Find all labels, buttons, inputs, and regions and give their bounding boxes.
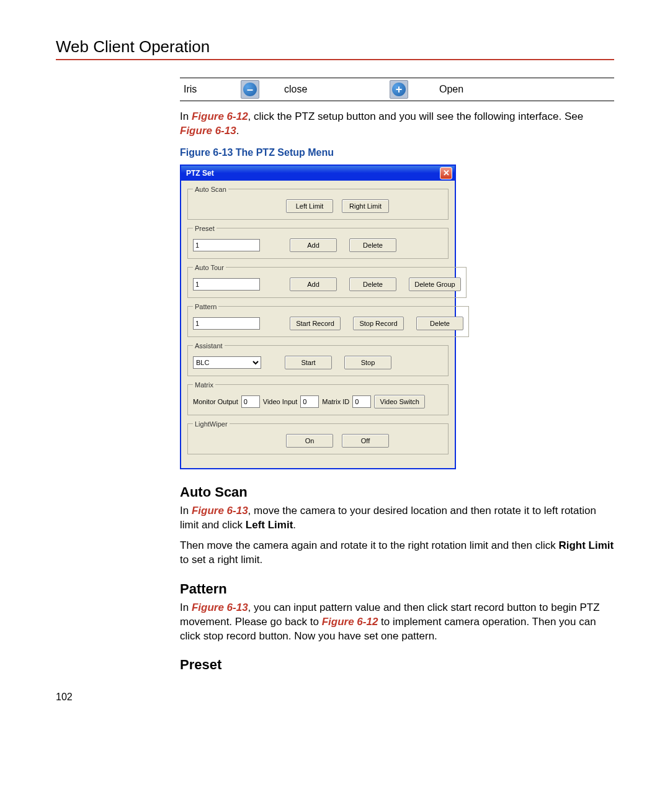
plus-icon: +	[392, 83, 406, 96]
dialog-title: PTZ Set	[186, 169, 214, 178]
light-on-button[interactable]: On	[286, 434, 333, 448]
left-limit-button[interactable]: Left Limit	[286, 199, 333, 213]
preset-delete-button[interactable]: Delete	[349, 238, 396, 252]
minus-icon: –	[243, 83, 257, 96]
iris-open-button[interactable]: +	[390, 80, 408, 99]
iris-label: Iris	[180, 84, 234, 95]
lightwiper-group: LightWiper On Off	[187, 420, 449, 454]
pattern-input[interactable]	[193, 317, 260, 330]
assistant-start-button[interactable]: Start	[285, 356, 332, 369]
preset-legend: Preset	[193, 225, 217, 232]
autoscan-group: Auto Scan Left Limit Right Limit	[187, 186, 449, 220]
autotour-group: Auto Tour Add Delete Delete Group	[187, 264, 467, 298]
matrix-group: Matrix Monitor Output Video Input Matrix…	[187, 381, 449, 415]
iris-control-row: Iris – close + Open	[180, 78, 614, 101]
autoscan-paragraph-1: In Figure 6-13, move the camera to your …	[180, 504, 614, 533]
video-input-label: Video Input	[263, 398, 297, 405]
preset-heading: Preset	[180, 657, 614, 673]
preset-add-button[interactable]: Add	[290, 238, 337, 252]
figure-reference: Figure 6-13	[192, 505, 248, 517]
assistant-select[interactable]: BLC	[193, 356, 261, 369]
lightwiper-legend: LightWiper	[193, 420, 230, 428]
autoscan-heading: Auto Scan	[180, 484, 614, 500]
assistant-group: Assistant BLC Start Stop	[187, 342, 449, 376]
assistant-stop-button[interactable]: Stop	[344, 356, 391, 369]
pattern-delete-button[interactable]: Delete	[416, 317, 463, 330]
preset-input[interactable]	[193, 239, 260, 251]
video-switch-button[interactable]: Video Switch	[374, 395, 425, 408]
video-input-input[interactable]	[300, 395, 319, 408]
start-record-button[interactable]: Start Record	[290, 317, 341, 330]
iris-close-button[interactable]: –	[241, 80, 259, 99]
pattern-group: Pattern Start Record Stop Record Delete	[187, 303, 469, 337]
autotour-delete-button[interactable]: Delete	[349, 277, 396, 291]
matrix-legend: Matrix	[193, 381, 215, 389]
figure-reference: Figure 6-12	[322, 616, 378, 628]
autotour-delete-group-button[interactable]: Delete Group	[409, 277, 461, 291]
light-off-button[interactable]: Off	[342, 434, 389, 448]
monitor-output-label: Monitor Output	[193, 398, 238, 405]
matrix-id-input[interactable]	[352, 395, 371, 408]
pattern-legend: Pattern	[193, 303, 218, 310]
autoscan-legend: Auto Scan	[193, 186, 228, 193]
ptz-set-dialog: PTZ Set ✕ Auto Scan Left Limit Right Lim…	[180, 165, 456, 469]
matrix-id-label: Matrix ID	[322, 398, 349, 405]
figure-reference: Figure 6-13	[180, 125, 236, 137]
figure-caption: Figure 6-13 The PTZ Setup Menu	[180, 147, 614, 158]
assistant-legend: Assistant	[193, 342, 225, 350]
figure-reference: Figure 6-12	[192, 111, 248, 122]
preset-group: Preset Add Delete	[187, 225, 449, 259]
autotour-input[interactable]	[193, 278, 260, 291]
iris-open-label: Open	[414, 84, 614, 95]
page-title: Web Client Operation	[56, 37, 614, 60]
right-limit-button[interactable]: Right Limit	[342, 199, 389, 213]
pattern-heading: Pattern	[180, 581, 614, 597]
pattern-paragraph: In Figure 6-13, you can input pattern va…	[180, 601, 614, 644]
figure-reference: Figure 6-13	[192, 602, 248, 613]
intro-paragraph: In Figure 6-12, click the PTZ setup butt…	[180, 110, 614, 138]
monitor-output-input[interactable]	[241, 395, 260, 408]
close-icon: ✕	[443, 169, 450, 177]
iris-close-label: close	[266, 84, 383, 95]
autotour-add-button[interactable]: Add	[290, 277, 337, 291]
autotour-legend: Auto Tour	[193, 264, 226, 271]
page-number: 102	[56, 692, 614, 703]
autoscan-paragraph-2: Then move the camera again and rotate it…	[180, 539, 614, 567]
stop-record-button[interactable]: Stop Record	[353, 317, 404, 330]
close-button[interactable]: ✕	[440, 167, 452, 179]
